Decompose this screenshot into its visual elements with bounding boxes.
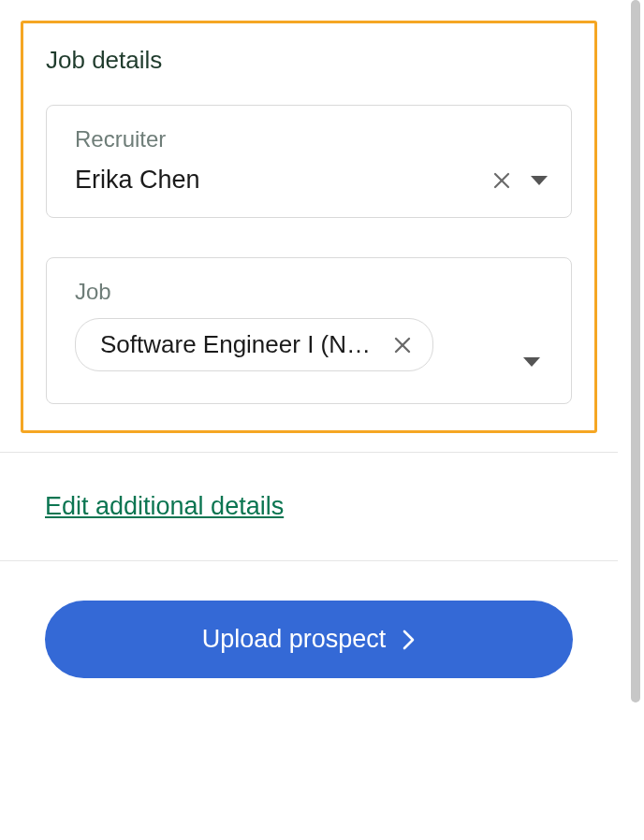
clear-job-icon[interactable] bbox=[391, 334, 414, 356]
chevron-right-icon bbox=[402, 629, 416, 651]
chevron-down-icon[interactable] bbox=[522, 353, 541, 371]
recruiter-label: Recruiter bbox=[75, 126, 549, 152]
edit-additional-details-link[interactable]: Edit additional details bbox=[45, 492, 284, 520]
svg-marker-2 bbox=[531, 176, 548, 185]
job-details-section: Job details Recruiter Erika Chen Job bbox=[21, 21, 597, 433]
upload-prospect-button[interactable]: Upload prospect bbox=[45, 601, 573, 678]
section-title: Job details bbox=[46, 46, 572, 75]
upload-button-label: Upload prospect bbox=[202, 625, 387, 654]
job-chip: Software Engineer I (N… bbox=[75, 318, 433, 371]
recruiter-value: Erika Chen bbox=[75, 166, 200, 195]
job-field[interactable]: Job Software Engineer I (N… bbox=[46, 257, 572, 404]
clear-recruiter-icon[interactable] bbox=[492, 171, 511, 190]
recruiter-field[interactable]: Recruiter Erika Chen bbox=[46, 105, 572, 218]
job-label: Job bbox=[75, 279, 549, 305]
scrollbar[interactable] bbox=[631, 0, 640, 702]
chevron-down-icon[interactable] bbox=[530, 171, 549, 190]
svg-marker-5 bbox=[523, 357, 540, 367]
job-chip-text: Software Engineer I (N… bbox=[100, 330, 371, 359]
